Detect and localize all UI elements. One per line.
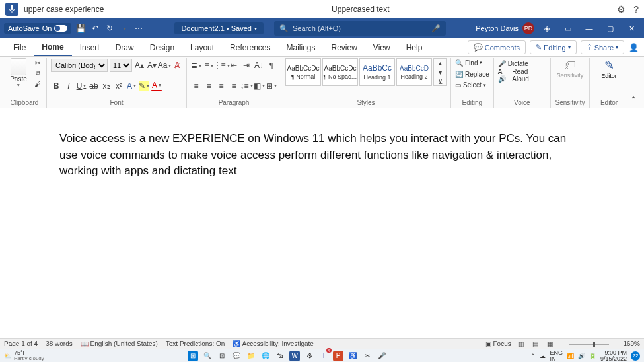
start-icon[interactable]: ⊞ — [188, 351, 198, 361]
tab-design[interactable]: Design — [142, 38, 182, 56]
weather-widget[interactable]: ⛅ 75°F Partly cloudy — [4, 350, 44, 361]
show-marks-icon[interactable]: ¶ — [266, 60, 277, 71]
align-center-icon[interactable]: ≡ — [203, 81, 214, 91]
status-accessibility[interactable]: ♿ Accessibility: Investigate — [233, 340, 314, 347]
accessibility-task-icon[interactable]: ♿ — [347, 351, 358, 361]
read-aloud-button[interactable]: A🔊Read Aloud — [498, 70, 546, 81]
qat-overflow-icon[interactable]: ⋯ — [133, 23, 144, 34]
align-left-icon[interactable]: ≡ — [191, 81, 201, 91]
volume-icon[interactable]: 🔊 — [578, 353, 585, 359]
shading-icon[interactable]: ◧ — [254, 81, 264, 91]
status-page[interactable]: Page 1 of 4 — [4, 340, 38, 347]
share-button[interactable]: ⇪Share▾ — [581, 40, 624, 54]
bullets-icon[interactable]: ≣ — [191, 60, 201, 71]
format-painter-icon[interactable]: 🖌 — [33, 79, 42, 89]
search-input[interactable] — [293, 24, 427, 32]
justify-icon[interactable]: ≡ — [229, 81, 239, 91]
status-language[interactable]: 📖 English (United States) — [81, 340, 158, 347]
tab-review[interactable]: Review — [324, 38, 365, 56]
user-account[interactable]: Peyton Davis PD — [476, 22, 534, 34]
notification-badge[interactable]: 22 — [631, 351, 640, 361]
snip-icon[interactable]: ✂ — [362, 351, 373, 361]
voice-access-icon[interactable]: 🎤 — [376, 351, 387, 361]
status-words[interactable]: 38 words — [46, 340, 73, 347]
line-spacing-icon[interactable]: ↕≡ — [241, 81, 252, 91]
settings-icon[interactable]: ⚙ — [304, 351, 314, 361]
styles-up-icon[interactable]: ▴ — [435, 59, 445, 67]
document-body[interactable]: Voice access is a new EXPERIENCE on Wind… — [0, 108, 644, 202]
comments-button[interactable]: 💬Comments — [468, 40, 526, 54]
gear-icon[interactable]: ⚙ — [617, 4, 626, 15]
strikethrough-button[interactable]: ab — [89, 81, 99, 91]
ribbon-mode-icon[interactable]: ▭ — [559, 21, 577, 36]
task-search-icon[interactable]: 🔍 — [202, 351, 213, 361]
diamond-icon[interactable]: ◈ — [538, 21, 555, 36]
sort-icon[interactable]: A↓ — [254, 60, 264, 71]
tab-help[interactable]: Help — [398, 38, 431, 56]
text-effects-icon[interactable]: A — [126, 81, 137, 91]
clock[interactable]: 9:00 PM9/15/2022 — [600, 350, 627, 362]
borders-icon[interactable]: ⊞ — [266, 81, 277, 91]
status-predictions[interactable]: Text Predictions: On — [166, 340, 225, 347]
autosave-toggle[interactable]: AutoSave On — [4, 23, 71, 34]
zoom-out-button[interactable]: − — [560, 340, 564, 347]
style-heading-1[interactable]: AaBbCcHeading 1 — [359, 58, 395, 86]
tab-draw[interactable]: Draw — [108, 38, 142, 56]
copy-icon[interactable]: ⧉ — [33, 69, 42, 78]
editing-mode-button[interactable]: ✎Editing▾ — [530, 40, 577, 54]
shrink-font-icon[interactable]: A▾ — [147, 60, 157, 71]
select-button[interactable]: ▭Select▾ — [455, 80, 489, 90]
collapse-ribbon-icon[interactable]: ⌃ — [628, 94, 639, 105]
clear-formatting-icon[interactable]: A̷ — [172, 60, 182, 71]
zoom-level[interactable]: 169% — [623, 340, 640, 347]
document-area[interactable]: Voice access is a new EXPERIENCE on Wind… — [0, 108, 644, 338]
subscript-button[interactable]: x₂ — [101, 81, 112, 91]
superscript-button[interactable]: x² — [114, 81, 124, 91]
sensitivity-button[interactable]: 🏷 Sensitivity — [555, 58, 585, 79]
tab-references[interactable]: References — [222, 38, 278, 56]
edge-icon[interactable]: 🌐 — [260, 351, 271, 361]
zoom-slider[interactable] — [569, 344, 609, 345]
read-mode-icon[interactable]: ▥ — [517, 340, 526, 349]
align-right-icon[interactable]: ≡ — [216, 81, 227, 91]
tab-insert[interactable]: Insert — [72, 38, 108, 56]
explorer-icon[interactable]: 📁 — [246, 351, 256, 361]
battery-icon[interactable]: 🔋 — [589, 353, 596, 359]
styles-more-icon[interactable]: ⊻ — [435, 77, 445, 85]
tab-layout[interactable]: Layout — [182, 38, 222, 56]
highlight-icon[interactable]: ✎ — [139, 81, 149, 91]
styles-down-icon[interactable]: ▾ — [435, 68, 445, 76]
search-box[interactable]: 🔍 🎤 — [274, 21, 446, 36]
microphone-search-icon[interactable]: 🎤 — [431, 24, 441, 33]
increase-indent-icon[interactable]: ⇥ — [241, 60, 252, 71]
find-button[interactable]: 🔍Find▾ — [455, 58, 489, 68]
help-icon[interactable]: ? — [633, 4, 639, 15]
editor-button[interactable]: ✎ Editor — [594, 58, 624, 79]
account-manager-icon[interactable]: 👤 — [628, 42, 639, 53]
tab-file[interactable]: File — [5, 38, 34, 56]
task-view-icon[interactable]: ⊡ — [217, 351, 227, 361]
underline-button[interactable]: U — [76, 81, 87, 91]
word-icon[interactable]: W — [289, 351, 300, 361]
replace-button[interactable]: 🔄Replace — [455, 69, 489, 79]
cut-icon[interactable]: ✂ — [33, 58, 42, 67]
zoom-in-button[interactable]: + — [614, 340, 618, 347]
document-name[interactable]: Document2.1 • Saved ▾ — [174, 22, 264, 34]
paste-button[interactable]: Paste ▾ — [7, 58, 30, 89]
tray-chevron-icon[interactable]: ⌃ — [530, 353, 536, 359]
tab-view[interactable]: View — [365, 38, 398, 56]
change-case-icon[interactable]: Aa — [159, 60, 170, 71]
italic-button[interactable]: I — [63, 81, 74, 91]
maximize-button[interactable]: ▢ — [602, 21, 619, 36]
teams-icon[interactable]: T — [318, 351, 329, 361]
print-layout-icon[interactable]: ▤ — [531, 340, 540, 349]
powerpoint-icon[interactable]: P — [333, 351, 343, 361]
wifi-icon[interactable]: 📶 — [567, 353, 574, 359]
tab-mailings[interactable]: Mailings — [278, 38, 323, 56]
focus-button[interactable]: ▣ Focus — [485, 340, 511, 347]
close-button[interactable]: ✕ — [623, 21, 640, 36]
save-icon[interactable]: 💾 — [75, 23, 86, 34]
grow-font-icon[interactable]: A▴ — [134, 60, 145, 71]
font-name-select[interactable]: Calibri (Body) — [51, 59, 108, 72]
multilevel-icon[interactable]: ⋮≡ — [216, 60, 227, 71]
